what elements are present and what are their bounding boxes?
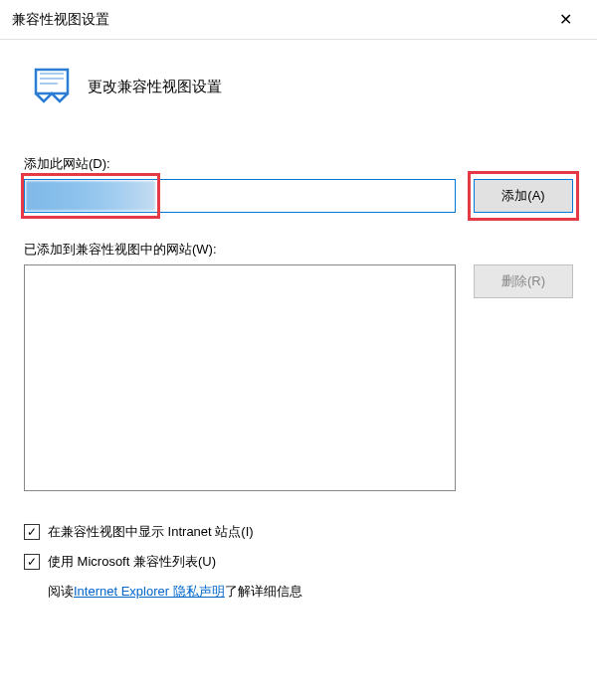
add-input-wrap — [24, 179, 456, 213]
add-button-wrap: 添加(A) — [474, 179, 573, 213]
add-button[interactable]: 添加(A) — [474, 179, 573, 213]
intranet-checkbox[interactable]: ✓ — [24, 524, 40, 540]
privacy-text-row: 阅读 Internet Explorer 隐私声明 了解详细信息 — [48, 583, 573, 601]
check-icon: ✓ — [27, 525, 37, 539]
microsoft-list-checkbox[interactable]: ✓ — [24, 554, 40, 570]
header-text: 更改兼容性视图设置 — [88, 78, 222, 96]
added-websites-listbox[interactable] — [24, 264, 456, 491]
add-website-input[interactable] — [24, 179, 456, 213]
privacy-prefix: 阅读 — [48, 583, 74, 601]
dialog-window: 兼容性视图设置 ✕ 更改兼容性视图设置 添加此网站(D): — [0, 0, 597, 700]
remove-button[interactable]: 删除(R) — [474, 264, 573, 298]
add-website-label: 添加此网站(D): — [24, 155, 573, 173]
dialog-body: 更改兼容性视图设置 添加此网站(D): 添加(A) 已添加到兼容性视图中的网站(… — [0, 40, 597, 700]
list-button-column: 删除(R) — [474, 264, 573, 298]
checkbox-microsoft-row: ✓ 使用 Microsoft 兼容性列表(U) — [24, 553, 573, 571]
check-icon: ✓ — [27, 555, 37, 569]
titlebar: 兼容性视图设置 ✕ — [0, 0, 597, 40]
intranet-checkbox-label: 在兼容性视图中显示 Intranet 站点(I) — [48, 523, 254, 541]
dialog-title: 兼容性视图设置 — [12, 11, 545, 29]
checkbox-intranet-row: ✓ 在兼容性视图中显示 Intranet 站点(I) — [24, 523, 573, 541]
privacy-suffix: 了解详细信息 — [225, 583, 302, 601]
privacy-link[interactable]: Internet Explorer 隐私声明 — [74, 583, 225, 601]
header-row: 更改兼容性视图设置 — [24, 68, 573, 105]
compatibility-icon — [34, 68, 70, 105]
microsoft-list-checkbox-label: 使用 Microsoft 兼容性列表(U) — [48, 553, 216, 571]
close-icon: ✕ — [559, 10, 572, 29]
added-websites-label: 已添加到兼容性视图中的网站(W): — [24, 241, 573, 259]
websites-list-row: 删除(R) — [24, 264, 573, 491]
add-website-row: 添加(A) — [24, 179, 573, 213]
close-button[interactable]: ✕ — [545, 0, 585, 40]
